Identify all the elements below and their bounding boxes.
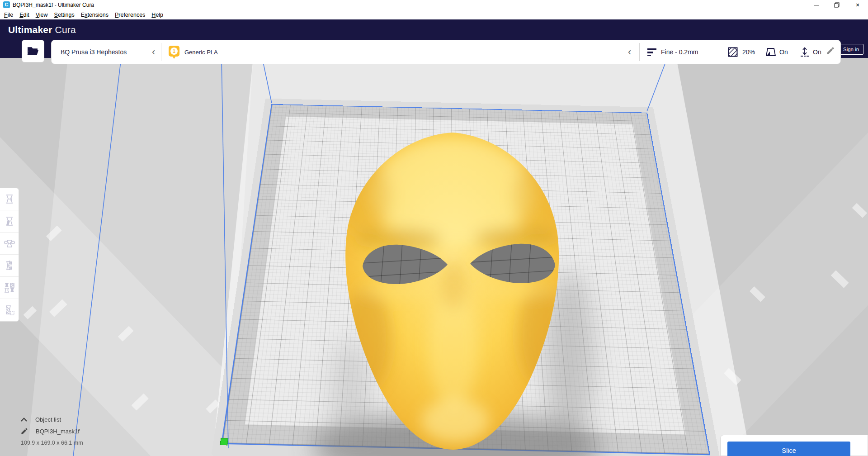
support-value: On: [779, 48, 788, 56]
tool-mirror[interactable]: [0, 255, 19, 277]
action-panel: Slice: [720, 435, 868, 456]
object-list-label: Object list: [35, 416, 61, 423]
configuration-bar: BQ Prusa i3 Hephestos ‹ 1 Generic PLA ‹ …: [51, 40, 841, 64]
edit-pencil-icon: [21, 428, 28, 435]
restore-button[interactable]: [826, 0, 847, 10]
mirror-icon: [4, 260, 15, 271]
scale-icon: [4, 215, 15, 227]
tool-support-blocker[interactable]: [0, 299, 19, 321]
menu-settings[interactable]: Settings: [51, 11, 78, 19]
open-folder-icon: [27, 46, 39, 57]
menu-file[interactable]: File: [1, 11, 16, 19]
cura-window: C BQPI3H_mask1f - Ultimaker Cura ✕ File …: [0, 0, 868, 456]
svg-text:1: 1: [173, 48, 175, 54]
adhesion-value: On: [813, 48, 821, 56]
pencil-icon: [826, 47, 834, 55]
printer-collapse-chevron-icon[interactable]: ‹: [152, 47, 155, 57]
object-list-panel: Object list BQPI3H_mask1f 109.9 x 169.0 …: [21, 413, 83, 446]
object-name: BQPI3H_mask1f: [36, 428, 80, 435]
title-bar: C BQPI3H_mask1f - Ultimaker Cura ✕: [0, 0, 868, 10]
tool-per-model-settings[interactable]: [0, 277, 19, 299]
extruder-material-icon: 1: [168, 45, 180, 59]
slice-button[interactable]: Slice: [727, 442, 850, 456]
rotate-icon: [4, 238, 15, 249]
object-dimensions: 109.9 x 169.0 x 66.1 mm: [21, 440, 83, 446]
model-mask[interactable]: [253, 104, 651, 456]
cura-app-icon: C: [3, 1, 10, 8]
printer-name: BQ Prusa i3 Hephestos: [61, 48, 127, 56]
tool-move[interactable]: [0, 188, 19, 210]
close-button[interactable]: ✕: [847, 0, 868, 10]
settings-collapse-chevron-icon[interactable]: ‹: [628, 47, 631, 57]
divider: [639, 43, 640, 61]
custom-settings-button[interactable]: [826, 47, 834, 57]
tool-sidebar: [0, 188, 19, 322]
material-name: Generic PLA: [184, 49, 218, 56]
menu-help[interactable]: Help: [148, 11, 166, 19]
sign-in-button[interactable]: Sign in: [839, 44, 863, 55]
3d-viewport[interactable]: [0, 58, 868, 456]
menu-edit[interactable]: Edit: [16, 11, 33, 19]
profile-layers-icon: [647, 48, 657, 56]
menu-preferences[interactable]: Preferences: [112, 11, 148, 19]
object-list-item[interactable]: BQPI3H_mask1f: [21, 425, 83, 437]
restore-icon: [834, 2, 840, 8]
chevron-up-icon: [21, 418, 27, 422]
profile-value: Fine - 0.2mm: [661, 48, 698, 56]
infill-value: 20%: [742, 48, 755, 56]
support-icon: [766, 48, 776, 57]
tool-scale[interactable]: [0, 210, 19, 233]
divider: [161, 43, 161, 61]
menu-extensions[interactable]: Extensions: [78, 11, 112, 19]
minimize-button[interactable]: [806, 0, 826, 10]
origin-marker: [220, 438, 228, 446]
menu-view[interactable]: View: [33, 11, 51, 19]
mask-shading: [337, 138, 567, 442]
per-model-settings-icon: [4, 282, 15, 294]
open-file-button[interactable]: [22, 40, 44, 62]
move-icon: [4, 193, 15, 205]
adhesion-icon: [800, 47, 809, 57]
minimize-icon: [814, 5, 819, 5]
infill-icon: [728, 47, 738, 57]
object-list-toggle[interactable]: Object list: [21, 413, 83, 425]
tool-rotate[interactable]: [0, 233, 19, 255]
support-blocker-icon: [4, 304, 15, 316]
window-controls: ✕: [806, 0, 868, 10]
cura-logo: UltimakerCura: [8, 19, 76, 40]
window-title: BQPI3H_mask1f - Ultimaker Cura: [13, 2, 94, 8]
menu-bar: File Edit View Settings Extensions Prefe…: [0, 10, 868, 19]
